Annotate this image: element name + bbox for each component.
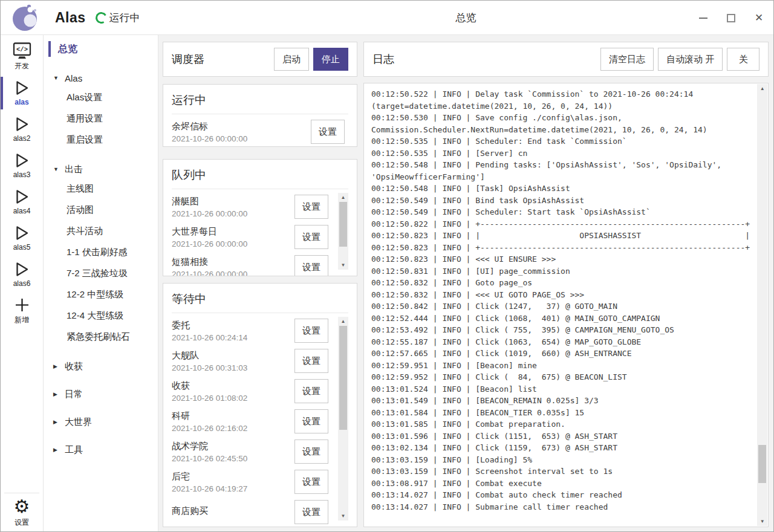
start-button[interactable]: 启动: [274, 48, 309, 71]
pending-card-title: 队列中: [163, 160, 357, 189]
menu-item-11[interactable]: 12-2 中型练级: [44, 284, 158, 305]
menu-item-label: 12-4 大型练级: [67, 310, 123, 322]
task-setting-button[interactable]: 设置: [294, 379, 328, 403]
task-setting-button[interactable]: 设置: [294, 195, 328, 219]
task-setting-button[interactable]: 设置: [294, 470, 328, 494]
task-next-run-time: 2021-10-26 00:00:00: [172, 270, 294, 276]
menu-item-15[interactable]: ▶日常: [44, 385, 158, 403]
task-setting-button[interactable]: 设置: [311, 120, 345, 144]
chevron-collapsed-icon: ▶: [53, 419, 59, 425]
scroll-up-icon[interactable]: ▲: [338, 193, 348, 202]
pending-task-list: 潜艇图2021-10-26 00:00:00设置大世界每日2021-10-26 …: [172, 192, 334, 276]
instance-label: 新增: [15, 315, 29, 325]
menu-item-2[interactable]: Alas设置: [44, 87, 158, 108]
menu-item-6[interactable]: 主线图: [44, 178, 158, 199]
scroll-up-icon[interactable]: ▲: [338, 317, 348, 326]
menu-item-14[interactable]: ▶收获: [44, 357, 158, 375]
close-button[interactable]: ✕: [753, 12, 765, 24]
instance-item-7[interactable]: 新增: [1, 293, 43, 329]
menu-item-12[interactable]: 12-4 大型练级: [44, 305, 158, 326]
autoscroll-on-button[interactable]: 自动滚动 开: [658, 48, 723, 71]
task-row: 短猫相接2021-10-26 00:00:00设置: [172, 252, 328, 276]
scroll-down-icon[interactable]: ▼: [338, 511, 348, 521]
menu-item-8[interactable]: 共斗活动: [44, 221, 158, 242]
menu-item-4[interactable]: 重启设置: [44, 129, 158, 151]
page-title: 总览: [158, 11, 773, 25]
task-setting-button[interactable]: 设置: [294, 225, 328, 249]
window-controls: ✕: [697, 1, 765, 35]
menu-item-3[interactable]: 通用设置: [44, 108, 158, 129]
close-icon: ✕: [755, 13, 763, 23]
minimize-button[interactable]: [697, 12, 709, 24]
log-title: 日志: [372, 52, 600, 66]
task-name: 潜艇图: [172, 196, 294, 207]
menu-item-label: 工具: [65, 444, 83, 456]
dev-monitor-icon: </>: [13, 42, 31, 59]
task-next-run-time: 2021-10-26 00:31:03: [172, 363, 294, 372]
instance-label: alas6: [13, 279, 31, 288]
scroll-down-icon[interactable]: ▼: [757, 517, 767, 526]
task-setting-button[interactable]: 设置: [294, 409, 328, 433]
chevron-collapsed-icon: ▶: [53, 363, 59, 369]
task-row: 商店购买设置: [172, 497, 328, 527]
waiting-scrollbar[interactable]: ▲ ▼: [338, 317, 348, 521]
menu-item-7[interactable]: 活动图: [44, 199, 158, 221]
menu-item-label: 1-1 伏击刷好感: [67, 247, 128, 258]
instance-item-6[interactable]: alas6: [1, 256, 43, 293]
scroll-down-icon[interactable]: ▼: [338, 261, 348, 270]
task-next-run-time: 2021-10-26 01:08:02: [172, 394, 294, 403]
menu-item-9[interactable]: 1-1 伏击刷好感: [44, 242, 158, 263]
instance-item-3[interactable]: alas3: [1, 148, 43, 184]
task-setting-button[interactable]: 设置: [294, 319, 328, 343]
menu-item-13[interactable]: 紧急委托刷钻石: [44, 326, 158, 348]
scrollbar-thumb[interactable]: [339, 202, 347, 247]
app-header: Alas 运行中 总览 ✕: [1, 1, 773, 35]
clear-log-button[interactable]: 清空日志: [600, 48, 654, 71]
instance-label: alas3: [13, 170, 31, 179]
scroll-up-icon[interactable]: ▲: [757, 84, 767, 93]
chevron-collapsed-icon: ▶: [53, 447, 59, 453]
menu-item-16[interactable]: ▶大世界: [44, 413, 158, 431]
scrollbar-thumb[interactable]: [339, 326, 347, 430]
scheduler-column: 调度器 启动 停止 运行中 余烬信标2021-10-26 00:00:00设置 …: [163, 42, 357, 527]
instance-item-2[interactable]: alas2: [1, 111, 43, 148]
log-viewport[interactable]: 00:12:50.522 | INFO | Delay task `Commis…: [363, 83, 769, 527]
task-setting-button[interactable]: 设置: [294, 440, 328, 464]
maximize-button[interactable]: [725, 12, 737, 24]
menu-item-5[interactable]: ▼出击: [44, 160, 158, 178]
menu-item-0[interactable]: 总览: [44, 39, 158, 59]
instance-label: alas4: [13, 207, 31, 215]
autoscroll-off-button[interactable]: 关: [727, 48, 759, 71]
menu-item-10[interactable]: 7-2 三战捡垃圾: [44, 263, 158, 284]
task-setting-button[interactable]: 设置: [294, 349, 328, 373]
stop-button[interactable]: 停止: [313, 48, 348, 71]
task-next-run-time: 2021-10-26 04:19:27: [172, 484, 294, 493]
settings-button[interactable]: ⚙ 设置: [1, 493, 43, 532]
instance-label: alas2: [13, 134, 31, 143]
scrollbar-thumb[interactable]: [758, 445, 766, 483]
task-setting-button[interactable]: 设置: [294, 500, 328, 524]
task-next-run-time: 2021-10-26 00:00:00: [172, 239, 294, 248]
instance-item-4[interactable]: alas4: [1, 184, 43, 220]
instance-item-0[interactable]: </>开发: [1, 39, 43, 75]
waiting-card: 等待中 委托2021-10-26 00:24:14设置大舰队2021-10-26…: [163, 283, 357, 527]
log-scrollbar[interactable]: ▲ ▼: [757, 84, 767, 526]
instance-label: alas: [15, 98, 28, 106]
menu-item-label: 收获: [65, 361, 83, 372]
task-row: 潜艇图2021-10-26 00:00:00设置: [172, 192, 328, 222]
instance-item-1[interactable]: alas: [1, 75, 43, 111]
chevron-expanded-icon: ▼: [53, 75, 59, 81]
task-name: 大舰队: [172, 350, 294, 362]
pending-scrollbar[interactable]: ▲ ▼: [338, 193, 348, 270]
task-next-run-time: 2021-10-26 02:45:50: [172, 454, 294, 463]
instance-item-5[interactable]: alas5: [1, 220, 43, 256]
scheduler-panel-header: 调度器 启动 停止: [163, 42, 357, 77]
task-row: 委托2021-10-26 00:24:14设置: [172, 316, 328, 346]
task-setting-button[interactable]: 设置: [294, 255, 328, 276]
menu-item-1[interactable]: ▼Alas: [44, 69, 158, 87]
menu-item-17[interactable]: ▶工具: [44, 441, 158, 459]
menu-sidebar: 总览▼AlasAlas设置通用设置重启设置▼出击主线图活动图共斗活动1-1 伏击…: [44, 35, 158, 532]
task-row: 后宅2021-10-26 04:19:27设置: [172, 467, 328, 497]
task-next-run-time: 2021-10-26 00:00:00: [172, 134, 311, 143]
menu-item-label: 活动图: [67, 204, 94, 216]
